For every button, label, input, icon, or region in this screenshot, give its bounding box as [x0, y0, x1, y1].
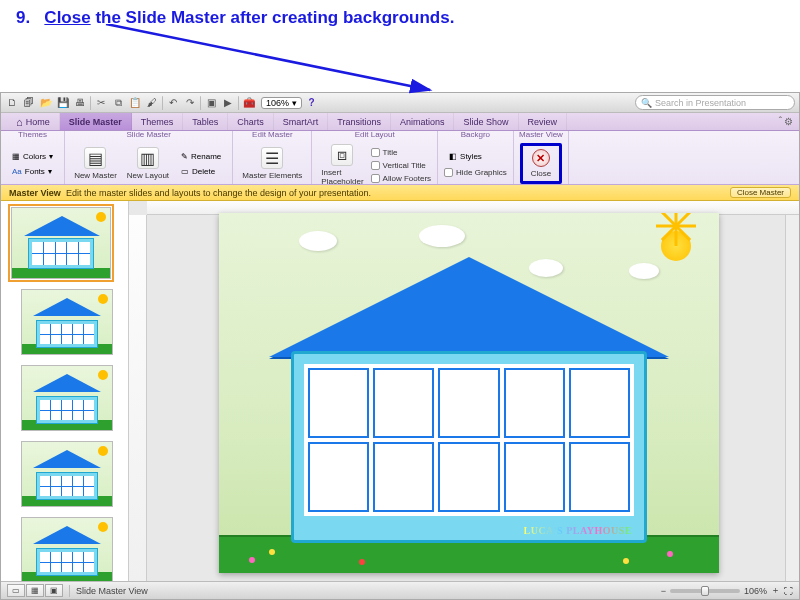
tab-tables[interactable]: Tables	[183, 113, 228, 130]
slideshow-icon[interactable]: ▣	[204, 96, 218, 110]
separator	[162, 96, 163, 110]
media-icon[interactable]: ▶	[221, 96, 235, 110]
group-edit-master: Edit Master ☰Master Elements	[233, 131, 312, 184]
normal-view-button[interactable]: ▭	[7, 584, 25, 597]
slide-canvas[interactable]: LUCA'S PLAYHOUSE	[159, 225, 779, 561]
slider-thumb[interactable]	[701, 586, 709, 596]
zoom-out-button[interactable]: −	[661, 586, 666, 596]
cloud-shape	[299, 231, 337, 251]
flower-shape	[359, 559, 365, 565]
checkbox-hide-graphics[interactable]: Hide Graphics	[444, 167, 507, 178]
checkbox-icon	[371, 161, 380, 170]
redo-icon[interactable]: ↷	[183, 96, 197, 110]
palette-icon: ▦	[12, 152, 20, 161]
grid-cell	[504, 368, 565, 438]
slideshow-view-button[interactable]: ▣	[45, 584, 63, 597]
doc-new-icon[interactable]: 🗋	[5, 96, 19, 110]
zoom-combo[interactable]: 106% ▾	[261, 97, 302, 109]
rename-icon: ✎	[181, 152, 188, 161]
tab-review[interactable]: Review	[519, 113, 568, 130]
layout-thumbnail[interactable]	[21, 365, 113, 431]
checkbox-vertical-title[interactable]: Vertical Title	[371, 160, 431, 171]
flower-shape	[249, 557, 255, 563]
grid-cell	[438, 368, 499, 438]
magnifier-icon: 🔍	[641, 98, 652, 108]
ribbon-tabs: Home Slide Master Themes Tables Charts S…	[1, 113, 799, 131]
master-elements-button[interactable]: ☰Master Elements	[239, 146, 305, 181]
roof-shape	[269, 257, 669, 357]
tab-slide-show[interactable]: Slide Show	[454, 113, 518, 130]
status-zoom-value: 106%	[744, 586, 767, 596]
insert-placeholder-button[interactable]: ⧈Insert Placeholder	[318, 143, 366, 187]
status-bar: ▭ ▦ ▣ Slide Master View − 106% ＋ ⛶	[1, 581, 799, 599]
status-mode-label: Slide Master View	[76, 586, 148, 596]
group-themes: Themes ▦Colors ▾ AaFonts ▾	[1, 131, 65, 184]
checkbox-icon	[444, 168, 453, 177]
new-master-icon: ▤	[84, 147, 106, 169]
tab-animations[interactable]: Animations	[391, 113, 455, 130]
tab-themes[interactable]: Themes	[132, 113, 184, 130]
grid-cell	[308, 368, 369, 438]
checkbox-allow-footers[interactable]: Allow Footers	[371, 173, 431, 184]
vertical-scrollbar[interactable]	[785, 215, 799, 581]
separator	[200, 96, 201, 110]
group-slide-master: Slide Master ▤New Master ▥New Layout ✎Re…	[65, 131, 233, 184]
delete-button[interactable]: ▭Delete	[176, 165, 226, 178]
group-background: Backgro ◧Styles Hide Graphics	[438, 131, 514, 184]
view-buttons: ▭ ▦ ▣	[7, 584, 63, 597]
cloud-shape	[419, 225, 465, 247]
grid-cell	[569, 442, 630, 512]
theme-fonts-button[interactable]: AaFonts ▾	[7, 165, 58, 178]
ribbon: Themes ▦Colors ▾ AaFonts ▾ Slide Master …	[1, 131, 799, 185]
tab-home[interactable]: Home	[7, 113, 60, 130]
tab-slide-master[interactable]: Slide Master	[60, 113, 132, 130]
new-layout-button[interactable]: ▥New Layout	[124, 146, 172, 181]
group-edit-layout: Edit Layout ⧈Insert Placeholder Title Ve…	[312, 131, 438, 184]
styles-icon: ◧	[449, 152, 457, 161]
group-master-view: Master View ✕ Close	[514, 131, 569, 184]
flower-shape	[269, 549, 275, 555]
instruction-text: 9. Close the Slide Master after creating…	[0, 0, 800, 36]
layout-thumbnail[interactable]	[21, 517, 113, 581]
insert-placeholder-icon: ⧈	[331, 144, 353, 166]
theme-colors-button[interactable]: ▦Colors ▾	[7, 150, 58, 163]
toolbox-icon[interactable]: 🧰	[242, 96, 256, 110]
doc-template-icon[interactable]: 🗐	[22, 96, 36, 110]
new-master-button[interactable]: ▤New Master	[71, 146, 120, 181]
flower-shape	[667, 551, 673, 557]
format-painter-icon[interactable]: 🖌	[145, 96, 159, 110]
layout-thumbnail[interactable]	[21, 289, 113, 355]
app-window: 🗋 🗐 📂 💾 🖶 ✂ ⧉ 📋 🖌 ↶ ↷ ▣ ▶ 🧰 106% ▾ ? 🔍 S…	[0, 92, 800, 600]
print-icon[interactable]: 🖶	[73, 96, 87, 110]
master-thumbnail[interactable]	[11, 207, 111, 279]
layout-thumbnail[interactable]	[21, 441, 113, 507]
tab-smartart[interactable]: SmartArt	[274, 113, 329, 130]
collapse-ribbon-icon[interactable]: ˆ	[779, 116, 782, 127]
cut-icon[interactable]: ✂	[94, 96, 108, 110]
undo-icon[interactable]: ↶	[166, 96, 180, 110]
zoom-slider[interactable]	[670, 589, 740, 593]
sorter-view-button[interactable]: ▦	[26, 584, 44, 597]
checkbox-title[interactable]: Title	[371, 147, 431, 158]
rename-button[interactable]: ✎Rename	[176, 150, 226, 163]
paste-icon[interactable]: 📋	[128, 96, 142, 110]
close-master-button[interactable]: ✕ Close	[528, 148, 554, 179]
background-styles-button[interactable]: ◧Styles	[444, 150, 507, 163]
tab-charts[interactable]: Charts	[228, 113, 274, 130]
open-icon[interactable]: 📂	[39, 96, 53, 110]
grid-cell	[373, 368, 434, 438]
save-icon[interactable]: 💾	[56, 96, 70, 110]
ribbon-options-icon[interactable]: ⚙	[784, 116, 793, 127]
help-icon[interactable]: ?	[305, 96, 319, 110]
fit-to-window-button[interactable]: ⛶	[784, 586, 793, 596]
new-layout-icon: ▥	[137, 147, 159, 169]
grid-cell	[438, 442, 499, 512]
search-input[interactable]: 🔍 Search in Presentation	[635, 95, 795, 110]
copy-icon[interactable]: ⧉	[111, 96, 125, 110]
tab-transitions[interactable]: Transitions	[328, 113, 391, 130]
house-body-shape: LUCA'S PLAYHOUSE	[291, 351, 647, 543]
slide-thumbnail-pane[interactable]	[1, 201, 129, 581]
close-master-bar-button[interactable]: Close Master	[730, 187, 791, 198]
zoom-in-button[interactable]: ＋	[771, 584, 780, 597]
vertical-ruler	[129, 215, 147, 581]
